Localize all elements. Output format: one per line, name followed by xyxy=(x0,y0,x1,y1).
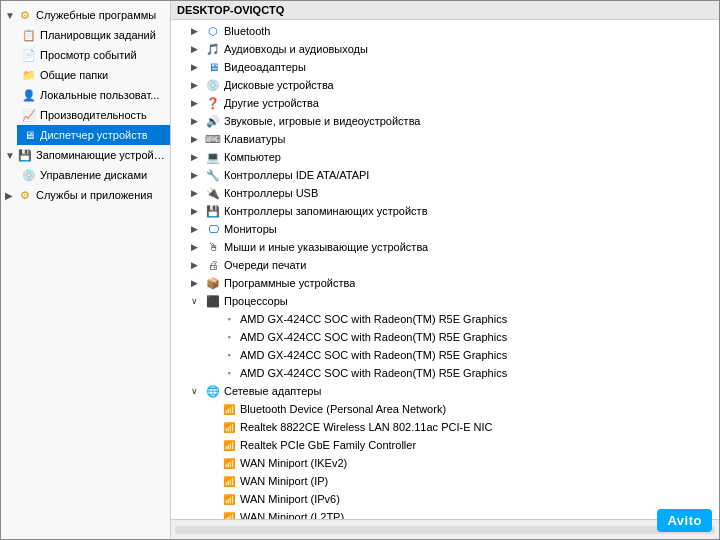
arrow-video[interactable]: ▶ xyxy=(191,62,205,72)
bottom-scrollbar-area[interactable] xyxy=(171,519,719,539)
arrow-print[interactable]: ▶ xyxy=(191,260,205,270)
tree-cpu-1[interactable]: ▪ AMD GX-424CC SOC with Radeon(TM) R5E G… xyxy=(171,328,719,346)
icon-service: ⚙ xyxy=(17,7,33,23)
arrow-audio[interactable]: ▶ xyxy=(191,44,205,54)
icon-devicemanager: 🖥 xyxy=(21,127,37,143)
label-mouse: Мыши и иные указывающие устройства xyxy=(224,241,428,253)
tree-computer[interactable]: ▶ 💻 Компьютер xyxy=(171,148,719,166)
tree-audio[interactable]: ▶ 🎵 Аудиовходы и аудиовыходы xyxy=(171,40,719,58)
arrow-ide[interactable]: ▶ xyxy=(191,170,205,180)
icon-diskmanager: 💿 xyxy=(21,167,37,183)
sub-performance[interactable]: 📈 Производительность xyxy=(17,105,170,125)
icon-cpu-2: ▪ xyxy=(221,347,237,363)
storage-subitems: 💿 Управление дисками xyxy=(1,165,170,185)
right-panel-header: DESKTOP-OVIQCTQ xyxy=(171,1,719,20)
sub-eventviewer[interactable]: 📄 Просмотр событий xyxy=(17,45,170,65)
arrow-monitor[interactable]: ▶ xyxy=(191,224,205,234)
icon-localusers: 👤 xyxy=(21,87,37,103)
icon-net-wan-l2tp: 📶 xyxy=(221,509,237,519)
label-bluetooth: Bluetooth xyxy=(224,25,270,37)
device-tree: ▶ ⬡ Bluetooth ▶ 🎵 Аудиовходы и аудиовыхо… xyxy=(171,20,719,519)
label-usb: Контроллеры USB xyxy=(224,187,318,199)
arrow-mouse[interactable]: ▶ xyxy=(191,242,205,252)
tree-net-wan-ipv6[interactable]: 📶 WAN Miniport (IPv6) xyxy=(171,490,719,508)
left-section-service[interactable]: ▼ ⚙ Служебные программы xyxy=(1,5,170,25)
icon-bluetooth: ⬡ xyxy=(205,23,221,39)
label-monitor: Мониторы xyxy=(224,223,277,235)
tree-disk[interactable]: ▶ 💿 Дисковые устройства xyxy=(171,76,719,94)
label-diskmanager: Управление дисками xyxy=(40,169,147,181)
icon-monitor: 🖵 xyxy=(205,221,221,237)
tree-cpu-2[interactable]: ▪ AMD GX-424CC SOC with Radeon(TM) R5E G… xyxy=(171,346,719,364)
icon-ide: 🔧 xyxy=(205,167,221,183)
tree-net-wan-l2tp[interactable]: 📶 WAN Miniport (L2TP) xyxy=(171,508,719,519)
icon-storage-ctrl: 💾 xyxy=(205,203,221,219)
label-net-wan-ikev2: WAN Miniport (IKEv2) xyxy=(240,457,347,469)
sub-localusers[interactable]: 👤 Локальные пользоват... xyxy=(17,85,170,105)
icon-soft: 📦 xyxy=(205,275,221,291)
tree-storage-ctrl[interactable]: ▶ 💾 Контроллеры запоминающих устройств xyxy=(171,202,719,220)
label-net-wan-l2tp: WAN Miniport (L2TP) xyxy=(240,511,344,519)
tree-keyboard[interactable]: ▶ ⌨ Клавиатуры xyxy=(171,130,719,148)
arrow-network[interactable]: ∨ xyxy=(191,386,205,396)
arrow-keyboard[interactable]: ▶ xyxy=(191,134,205,144)
sub-sharedfolders[interactable]: 📁 Общие папки xyxy=(17,65,170,85)
arrow-other[interactable]: ▶ xyxy=(191,98,205,108)
label-scheduler: Планировщик заданий xyxy=(40,29,156,41)
tree-bluetooth[interactable]: ▶ ⬡ Bluetooth xyxy=(171,22,719,40)
label-devicemanager: Диспетчер устройств xyxy=(40,129,148,141)
tree-net-wan-ikev2[interactable]: 📶 WAN Miniport (IKEv2) xyxy=(171,454,719,472)
tree-net-realtek-wifi[interactable]: 📶 Realtek 8822CE Wireless LAN 802.11ac P… xyxy=(171,418,719,436)
icon-print: 🖨 xyxy=(205,257,221,273)
arrow-soft[interactable]: ▶ xyxy=(191,278,205,288)
label-performance: Производительность xyxy=(40,109,147,121)
sub-devicemanager[interactable]: 🖥 Диспетчер устройств xyxy=(17,125,170,145)
avito-badge: Avito xyxy=(657,509,712,532)
tree-soft[interactable]: ▶ 📦 Программные устройства xyxy=(171,274,719,292)
tree-cpu[interactable]: ∨ ⬛ Процессоры xyxy=(171,292,719,310)
icon-scheduler: 📋 xyxy=(21,27,37,43)
icon-usb: 🔌 xyxy=(205,185,221,201)
label-apps: Службы и приложения xyxy=(36,189,152,201)
tree-cpu-0[interactable]: ▪ AMD GX-424CC SOC with Radeon(TM) R5E G… xyxy=(171,310,719,328)
arrow-sound[interactable]: ▶ xyxy=(191,116,205,126)
icon-sharedfolders: 📁 xyxy=(21,67,37,83)
icon-cpu: ⬛ xyxy=(205,293,221,309)
icon-disk: 💿 xyxy=(205,77,221,93)
sub-scheduler[interactable]: 📋 Планировщик заданий xyxy=(17,25,170,45)
tree-net-realtek-gbe[interactable]: 📶 Realtek PCIe GbE Family Controller xyxy=(171,436,719,454)
tree-network[interactable]: ∨ 🌐 Сетевые адаптеры xyxy=(171,382,719,400)
arrow-bluetooth[interactable]: ▶ xyxy=(191,26,205,36)
right-panel: DESKTOP-OVIQCTQ ▶ ⬡ Bluetooth ▶ 🎵 Аудиов… xyxy=(171,1,719,539)
tree-ide[interactable]: ▶ 🔧 Контроллеры IDE ATA/ATAPI xyxy=(171,166,719,184)
icon-storage: 💾 xyxy=(17,147,33,163)
icon-net-wan-ip: 📶 xyxy=(221,473,237,489)
tree-print[interactable]: ▶ 🖨 Очереди печати xyxy=(171,256,719,274)
arrow-computer[interactable]: ▶ xyxy=(191,152,205,162)
arrow-cpu[interactable]: ∨ xyxy=(191,296,205,306)
service-subitems: 📋 Планировщик заданий 📄 Просмотр событий… xyxy=(1,25,170,145)
icon-cpu-3: ▪ xyxy=(221,365,237,381)
left-section-storage[interactable]: ▼ 💾 Запоминающие устройств... xyxy=(1,145,170,165)
icon-net-wan-ipv6: 📶 xyxy=(221,491,237,507)
tree-video[interactable]: ▶ 🖥 Видеоадаптеры xyxy=(171,58,719,76)
arrow-usb[interactable]: ▶ xyxy=(191,188,205,198)
tree-sound[interactable]: ▶ 🔊 Звуковые, игровые и видеоустройства xyxy=(171,112,719,130)
icon-cpu-0: ▪ xyxy=(221,311,237,327)
tree-net-bt[interactable]: 📶 Bluetooth Device (Personal Area Networ… xyxy=(171,400,719,418)
label-net-wan-ip: WAN Miniport (IP) xyxy=(240,475,328,487)
tree-monitor[interactable]: ▶ 🖵 Мониторы xyxy=(171,220,719,238)
tree-mouse[interactable]: ▶ 🖱 Мыши и иные указывающие устройства xyxy=(171,238,719,256)
label-service: Служебные программы xyxy=(36,9,156,21)
tree-usb[interactable]: ▶ 🔌 Контроллеры USB xyxy=(171,184,719,202)
label-other: Другие устройства xyxy=(224,97,319,109)
tree-other[interactable]: ▶ ❓ Другие устройства xyxy=(171,94,719,112)
arrow-storage-ctrl[interactable]: ▶ xyxy=(191,206,205,216)
arrow-disk[interactable]: ▶ xyxy=(191,80,205,90)
left-section-apps[interactable]: ▶ ⚙ Службы и приложения xyxy=(1,185,170,205)
tree-net-wan-ip[interactable]: 📶 WAN Miniport (IP) xyxy=(171,472,719,490)
arrow-apps: ▶ xyxy=(5,190,17,201)
label-disk: Дисковые устройства xyxy=(224,79,334,91)
tree-cpu-3[interactable]: ▪ AMD GX-424CC SOC with Radeon(TM) R5E G… xyxy=(171,364,719,382)
sub-diskmanager[interactable]: 💿 Управление дисками xyxy=(17,165,170,185)
